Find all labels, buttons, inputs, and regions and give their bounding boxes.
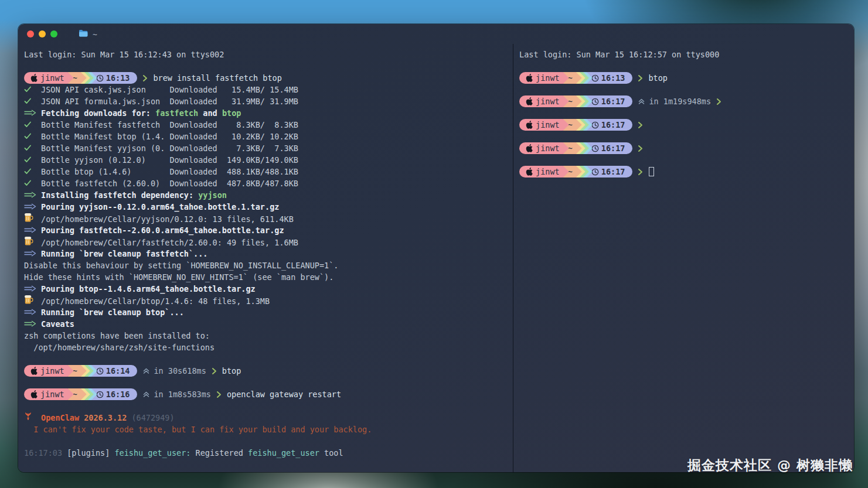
terminal-line [519,107,854,119]
apple-icon [30,74,38,82]
chevrons-up-icon [142,367,150,374]
terminal-line: Pouring yyjson--0.12.0.arm64_tahoe.bottl… [24,201,513,213]
prompt-line: jinwt~16:17 [519,119,854,131]
apple-icon [526,97,533,105]
arrow-blue-icon [24,309,41,315]
duration-indicator: in 30s618ms [142,365,206,377]
watermark: 掘金技术社区 @ 树獭非懒 [687,456,853,475]
terminal-line: Pouring fastfetch--2.60.0.arm64_tahoe.bo… [24,224,513,236]
terminal-line [24,400,513,412]
arrow-blue-icon [24,227,41,233]
check-icon [24,98,41,104]
prompt-pill: jinwt~16:14 [24,365,137,377]
terminal-line [519,131,854,142]
apple-icon [526,74,533,82]
prompt-pill: jinwt~16:17 [519,166,632,178]
terminal-line: Bottle Manifest btop (1.4. Downloaded 10… [24,131,513,142]
check-icon [24,156,41,163]
terminal-line: Bottle Manifest yyjson (0. Downloaded 7.… [24,142,513,154]
terminal-line [24,353,513,365]
prompt-pill: jinwt~16:17 [519,142,632,154]
check-icon [24,121,41,128]
prompt-user-segment: jinwt [24,365,74,377]
check-icon [24,86,41,93]
minimize-button[interactable] [39,30,46,37]
prompt-arrow-icon [142,74,148,82]
arrow-blue-icon [24,203,41,210]
prompt-user-segment: jinwt [519,72,569,84]
check-icon [24,168,41,175]
terminal-line: Last login: Sun Mar 15 16:12:57 on ttys0… [519,49,854,60]
maximize-button[interactable] [50,30,57,37]
prompt-time-segment: 16:13 [587,72,633,84]
lobster-icon [24,412,41,421]
terminal-line: Bottle Manifest fastfetch Downloaded 8.3… [24,119,513,131]
terminal-line: /opt/homebrew/Cellar/yyjson/0.12.0: 13 f… [24,213,513,224]
prompt-user-segment: jinwt [519,166,569,178]
terminal-pane-right[interactable]: Last login: Sun Mar 15 16:12:57 on ttys0… [513,44,854,472]
folder-icon [79,29,88,40]
window-title: ~ [93,30,97,39]
check-icon [24,180,41,186]
prompt-user-segment: jinwt [24,388,74,400]
close-button[interactable] [27,30,34,37]
terminal-line: Last login: Sun Mar 15 16:12:43 on ttys0… [24,49,513,60]
arrow-blue-icon [24,285,41,292]
terminal-line [519,154,854,166]
terminal-line: /opt/homebrew/share/zsh/site-functions [24,342,513,353]
prompt-line: jinwt~16:14in 30s618msbtop [24,365,513,377]
terminal-line: Running `brew cleanup fastfetch`... [24,248,513,260]
prompt-time-segment: 16:17 [587,166,633,178]
apple-icon [30,390,38,398]
apple-icon [526,168,533,176]
duration-indicator: in 1m19s948ms [638,95,711,107]
chevrons-up-icon [638,98,645,105]
terminal-line: Running `brew cleanup btop`... [24,306,513,318]
arrow-blue-icon [24,250,41,257]
terminal-window: ~ Last login: Sun Mar 15 16:12:43 on tty… [18,24,854,472]
apple-icon [526,121,533,129]
prompt-arrow-icon [716,98,721,105]
arrow-green-icon [24,110,41,116]
terminal-line: Bottle fastfetch (2.60.0) Downloaded 487… [24,178,513,189]
prompt-time-segment: 16:16 [91,388,138,400]
prompt-line: jinwt~16:16in 1m8s583msopenclaw gateway … [24,388,513,400]
prompt-pill: jinwt~16:17 [519,95,632,107]
prompt-user-segment: jinwt [519,142,569,154]
apple-icon [526,144,533,152]
prompt-arrow-icon [216,391,222,398]
terminal-line [519,60,854,72]
prompt-line: jinwt~16:13brew install fastfetch btop [24,72,513,84]
terminal-pane-left[interactable]: Last login: Sun Mar 15 16:12:43 on ttys0… [18,44,513,472]
terminal-line: Installing fastfetch dependency: yyjson [24,189,513,201]
terminal-line: Bottle yyjson (0.12.0) Downloaded 149.0K… [24,154,513,166]
prompt-line: jinwt~16:17 [519,166,854,178]
text-cursor [649,167,654,176]
terminal-line [24,60,513,72]
terminal-line: OpenClaw 2026.3.12 (6472949) [24,412,513,424]
terminal-line: JSON API formula.jws.json Downloaded 31.… [24,95,513,107]
terminal-line: Hide these hints with `HOMEBREW_NO_ENV_H… [24,271,513,283]
terminal-line [519,84,854,95]
prompt-user-segment: jinwt [519,119,569,131]
arrow-green-icon [24,320,41,327]
prompt-pill: jinwt~16:13 [24,72,137,84]
prompt-time-segment: 16:13 [91,72,138,84]
check-icon [24,145,41,151]
titlebar[interactable]: ~ [18,24,854,44]
prompt-pill: jinwt~16:17 [519,119,632,131]
chevrons-up-icon [142,391,150,398]
terminal-line: Caveats [24,318,513,330]
terminal-line: /opt/homebrew/Cellar/btop/1.4.6: 48 file… [24,295,513,306]
beer-icon [24,236,41,245]
prompt-line: jinwt~16:17in 1m19s948ms [519,95,854,107]
check-icon [24,133,41,139]
prompt-arrow-icon [638,145,643,152]
prompt-arrow-icon [638,121,643,129]
prompt-arrow-icon [638,74,643,82]
prompt-time-segment: 16:14 [91,365,138,377]
apple-icon [30,367,38,375]
prompt-time-segment: 16:17 [587,119,633,131]
prompt-pill: jinwt~16:13 [519,72,632,84]
terminal-line: zsh completions have been installed to: [24,330,513,342]
